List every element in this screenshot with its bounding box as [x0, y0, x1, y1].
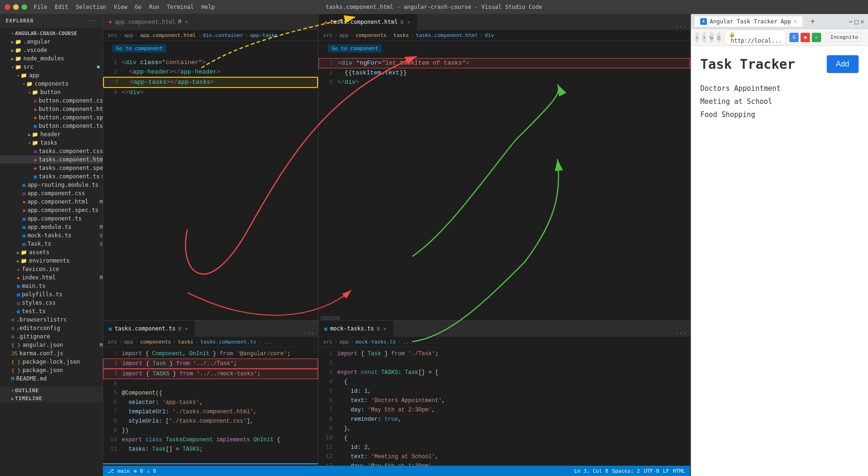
sidebar-item-package-json[interactable]: { } package.json	[0, 366, 103, 374]
tab-more-btn[interactable]: ···	[300, 330, 318, 337]
outline-section-header[interactable]: ▾ OUTLINE	[0, 387, 103, 395]
sidebar-item-app[interactable]: ▾ 📁 app	[0, 71, 103, 80]
menu-edit[interactable]: Edit	[55, 4, 68, 10]
maximize-btn[interactable]	[22, 4, 27, 10]
angular-favicon: A	[700, 18, 707, 25]
goto-component-link[interactable]: Go to component	[328, 44, 382, 52]
tab-app-component-html[interactable]: ◆ app.component.html M ×	[103, 14, 195, 30]
browser-content: Task Tracker Add Doctors Appointment Mee…	[691, 46, 868, 476]
tab-tasks-component-ts[interactable]: ■ tasks.component.ts U ×	[103, 321, 195, 337]
sidebar-item-angular-json[interactable]: { } angular.json M	[0, 341, 103, 349]
ext-icon-2[interactable]: ◆	[801, 33, 810, 42]
back-btn[interactable]: ‹	[695, 32, 699, 43]
sidebar-item-task-ts[interactable]: ■ Task.ts U	[0, 240, 103, 248]
sidebar-item-app-spec[interactable]: ◆ app.component.spec.ts	[0, 206, 103, 214]
sidebar-item-app-module[interactable]: ■ app.module.ts M	[0, 223, 103, 231]
tab-more-btn[interactable]: ···	[672, 23, 690, 30]
sidebar-item-src[interactable]: ▾ 📁 src	[0, 63, 103, 71]
menu-file[interactable]: File	[34, 4, 47, 10]
tab-close-btn[interactable]: ×	[184, 19, 189, 25]
menu-run[interactable]: Run	[149, 4, 159, 10]
ext-icon-1[interactable]: G	[789, 33, 799, 42]
sidebar-item-btn-spec[interactable]: ◆ button.component.spec.ts U	[0, 113, 103, 122]
minimize-btn[interactable]	[13, 4, 19, 10]
browser-tab[interactable]: A Angular Task Tracker App ×	[695, 16, 802, 27]
sidebar-item-tasks-css[interactable]: ■ tasks.component.css	[0, 147, 103, 155]
top-right-editor-content[interactable]: 1 <div *ngFor="let taskItem of tasks"> 2…	[319, 56, 690, 315]
forward-btn[interactable]: ›	[702, 32, 707, 43]
add-button[interactable]: Add	[827, 55, 859, 73]
home-btn[interactable]: ⌂	[717, 32, 721, 43]
sidebar-item-environments[interactable]: ▶ 📁 environments	[0, 256, 103, 265]
sidebar-item-test-ts[interactable]: ■ test.ts	[0, 307, 103, 315]
browser-minimize-btn[interactable]: −	[849, 18, 853, 25]
sidebar-item-readme[interactable]: M README.md	[0, 374, 103, 383]
sidebar-item-app-html[interactable]: ◆ app.component.html M	[0, 198, 103, 206]
url-bar[interactable]: 🔒 http://local...	[724, 29, 786, 45]
sidebar-more-btn[interactable]: ···	[86, 18, 97, 24]
task-item-1: Doctors Appointment	[700, 82, 859, 95]
timeline-section-header[interactable]: ▶ TIMELINE	[0, 395, 103, 403]
code-line: 11 id: 2,	[319, 443, 690, 452]
ext-icon-3[interactable]: ✓	[812, 33, 821, 42]
new-tab-btn[interactable]: +	[806, 15, 819, 28]
sidebar-item-mock-tasks[interactable]: ■ mock-tasks.ts U	[0, 231, 103, 240]
code-line: 1 <div class="container">	[103, 58, 318, 67]
tab-close-btn[interactable]: ×	[383, 326, 388, 332]
sidebar-item-btn-html[interactable]: ◆ button.component.html U	[0, 105, 103, 113]
menu-go[interactable]: Go	[135, 4, 141, 10]
menu-selection[interactable]: Selection	[76, 4, 106, 10]
menu-help[interactable]: Help	[201, 4, 215, 10]
goto-component-link[interactable]: Go to component	[112, 44, 166, 52]
incognito-icon: Incognito	[824, 33, 864, 42]
code-line: 9 },	[319, 424, 690, 433]
sidebar-item-node-modules[interactable]: ▶ 📁 node_modules	[0, 54, 103, 63]
sidebar-item-package-lock[interactable]: { } package-lock.json	[0, 358, 103, 366]
browser-close-btn[interactable]: ×	[861, 18, 864, 25]
sidebar-item-angular[interactable]: ▶ 📁 .angular	[0, 37, 103, 46]
reload-btn[interactable]: ↻	[709, 32, 714, 43]
sidebar-item-tasks-html[interactable]: ◆ tasks.component.html U	[0, 155, 103, 164]
tab-close-btn[interactable]: ×	[406, 19, 411, 25]
sidebar-item-btn-ts[interactable]: ■ button.component.ts U	[0, 122, 103, 130]
sidebar-item-polyfills[interactable]: ■ polyfills.ts	[0, 290, 103, 299]
titlebar: File Edit Selection View Go Run Terminal…	[0, 0, 868, 14]
sidebar-item-tasks-ts[interactable]: ■ tasks.component.ts U	[0, 172, 103, 181]
sidebar-item-components[interactable]: ▾ 📁 components	[0, 80, 103, 88]
sidebar-item-karma[interactable]: JS karma.conf.js	[0, 349, 103, 358]
sidebar-item-app-css[interactable]: ■ app.component.css	[0, 189, 103, 198]
sidebar-item-btn-css[interactable]: ■ button.component.css U	[0, 96, 103, 105]
sidebar-item-favicon[interactable]: ★ favicon.ico	[0, 265, 103, 273]
tab-close-btn[interactable]: ×	[184, 326, 189, 332]
sidebar-item-tasks-folder[interactable]: ▾ 📁 tasks	[0, 139, 103, 147]
sidebar-item-vscode[interactable]: ▶ 📁 .vscode	[0, 46, 103, 54]
menu-view[interactable]: View	[114, 4, 127, 10]
tab-more-btn[interactable]: ···	[672, 330, 690, 337]
sidebar-item-browserslist[interactable]: ⚙ .browserslistrc	[0, 315, 103, 324]
top-left-editor-content[interactable]: 1 <div class="container"> 2 <app-header>…	[103, 56, 318, 320]
project-header[interactable]: ▾ ANGULAR-CRASH-COURSE	[0, 29, 103, 37]
sidebar-item-index-html[interactable]: ◆ index.html M	[0, 273, 103, 282]
browser-maximize-btn[interactable]: □	[854, 18, 858, 25]
sidebar-item-assets[interactable]: ▶ 📁 assets	[0, 248, 103, 256]
bottom-left-editor-content[interactable]: 1 import { Component, OnInit } from '@an…	[103, 347, 318, 466]
bottom-right-editor-content[interactable]: 1 import { Task } from './Task'; 2 3 exp…	[319, 347, 690, 466]
tab-tasks-component-html[interactable]: ◆ tasks.component.html U ×	[319, 14, 417, 30]
close-btn[interactable]	[5, 4, 10, 10]
sidebar-item-button[interactable]: ▾ 📁 button	[0, 88, 103, 96]
goto-component-top-right[interactable]: Go to component	[323, 43, 685, 54]
sidebar-item-app-ts[interactable]: ■ app.component.ts	[0, 214, 103, 223]
browser-tab-close[interactable]: ×	[794, 18, 797, 24]
menu-terminal[interactable]: Terminal	[167, 4, 194, 10]
sidebar-item-main-ts[interactable]: ■ main.ts	[0, 282, 103, 290]
tab-mock-tasks-ts[interactable]: ■ mock-tasks.ts U ×	[319, 321, 393, 337]
sidebar-item-gitignore[interactable]: ⚙ .gitignore	[0, 332, 103, 341]
bottom-right-breadcrumb: src› app› mock-tasks.ts› ...	[319, 337, 690, 347]
tab-more-btn[interactable]: ···	[300, 23, 318, 30]
sidebar-item-styles-css[interactable]: ■ styles.css	[0, 299, 103, 307]
goto-component-top-left[interactable]: Go to component	[108, 43, 313, 54]
sidebar-item-routing[interactable]: ■ app-routing.module.ts	[0, 181, 103, 189]
sidebar-item-tasks-spec[interactable]: ◆ tasks.component.spec.ts	[0, 164, 103, 172]
sidebar-item-editorconfig[interactable]: ⚙ .editorconfig	[0, 324, 103, 332]
sidebar-item-header-folder[interactable]: ▶ 📁 header	[0, 130, 103, 139]
